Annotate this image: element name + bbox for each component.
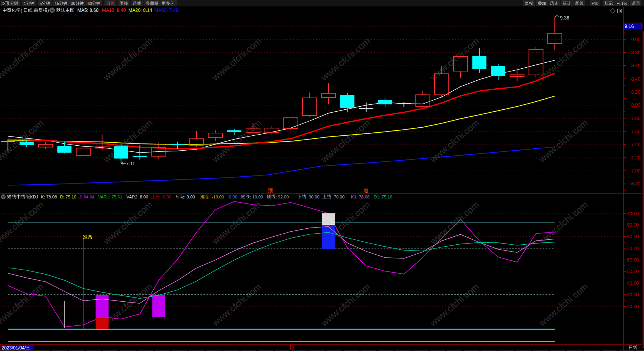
svg-text:K: 78.08: K: 78.08: [41, 195, 57, 199]
svg-text:30: 30: [71, 2, 76, 6]
svg-text:: -10.00: : -10.00: [209, 195, 224, 199]
svg-text:K1: 78.08: K1: 78.08: [351, 195, 369, 199]
svg-text:70.00: 70.00: [627, 246, 639, 251]
svg-text:: 0.00: : 0.00: [227, 195, 237, 199]
svg-text:60: 60: [87, 2, 92, 6]
svg-text:MA60: 7.49: MA60: 7.49: [154, 8, 178, 13]
svg-text:VAR2: 8.00: VAR2: 8.00: [126, 195, 148, 199]
svg-text:: 92.00: : 92.00: [275, 195, 289, 199]
svg-text:MA10: 8.48: MA10: 8.48: [102, 8, 126, 13]
svg-text:2023/01/04/: 2023/01/04/: [2, 345, 26, 351]
svg-text:MA5: 8.68: MA5: 8.68: [78, 8, 99, 13]
svg-text:40.00: 40.00: [627, 281, 639, 286]
svg-text:90.00: 90.00: [627, 223, 639, 228]
svg-text:): ): [47, 8, 49, 13]
svg-text:9.00: 9.00: [631, 37, 640, 42]
svg-text:20.00: 20.00: [627, 304, 639, 309]
svg-text:: 70.00: : 70.00: [332, 195, 345, 199]
svg-text:8.20: 8.20: [631, 89, 640, 95]
svg-text:60.00: 60.00: [627, 257, 639, 263]
svg-text:9.36: 9.36: [560, 15, 569, 21]
svg-text:8.80: 8.80: [631, 50, 640, 55]
svg-text:2: 2: [291, 345, 294, 351]
svg-text:80.00: 80.00: [627, 234, 639, 239]
svg-text:9.16: 9.16: [625, 24, 634, 29]
svg-text:1: 1: [24, 2, 26, 6]
svg-text:: 0.00: : 0.00: [184, 195, 195, 199]
svg-text:8.00: 8.00: [631, 102, 640, 108]
svg-text:: 30.00: : 30.00: [306, 195, 320, 199]
svg-text:7.11: 7.11: [126, 161, 135, 166]
svg-text:VAR1: 75.61: VAR1: 75.61: [98, 195, 122, 199]
svg-text:J: 84.04: J: 84.04: [79, 195, 94, 199]
svg-text:MA20: 8.14: MA20: 8.14: [128, 8, 152, 13]
svg-text:5: 5: [39, 2, 42, 6]
svg-text:7.00: 7.00: [631, 168, 640, 174]
svg-text:6.80: 6.80: [631, 181, 640, 187]
svg-text:100.0: 100.0: [627, 211, 639, 216]
svg-text:7.80: 7.80: [631, 116, 640, 121]
svg-text:KDJ: KDJ: [30, 195, 38, 199]
svg-text:8.60: 8.60: [631, 63, 640, 68]
svg-text:50.00: 50.00: [627, 269, 639, 274]
svg-text:7.60: 7.60: [631, 129, 640, 134]
svg-text:.: .: [32, 8, 34, 13]
svg-text:F10: F10: [592, 2, 599, 6]
svg-text:D1: 75.10: D1: 75.10: [374, 195, 392, 199]
svg-text:(: (: [21, 8, 22, 13]
svg-text:+: +: [617, 2, 619, 6]
svg-text:7.40: 7.40: [631, 142, 640, 147]
svg-text:30.00: 30.00: [627, 292, 639, 297]
svg-text:7.20: 7.20: [631, 155, 640, 161]
svg-text:: 0.00: : 0.00: [160, 195, 171, 199]
svg-text:D: 75.10: D: 75.10: [60, 195, 76, 199]
svg-text:: 10.00: : 10.00: [250, 195, 263, 199]
svg-text:15: 15: [55, 2, 59, 6]
svg-text:8.40: 8.40: [631, 76, 640, 82]
